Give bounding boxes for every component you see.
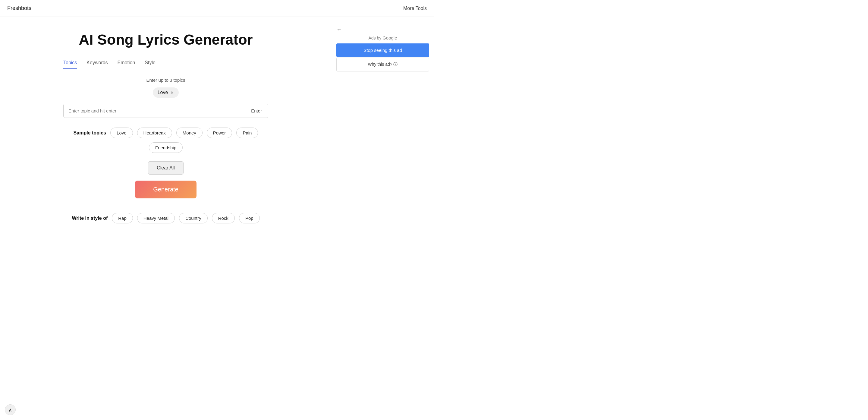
navbar: Freshbots More Tools: [0, 0, 434, 17]
generate-button[interactable]: Generate: [135, 181, 196, 199]
sample-chip-pain[interactable]: Pain: [236, 127, 258, 138]
sample-chip-heartbreak[interactable]: Heartbreak: [137, 127, 172, 138]
ad-sidebar: ← Ads by Google Stop seeing this ad Why …: [332, 17, 434, 236]
topics-hint: Enter up to 3 topics: [146, 78, 185, 83]
ad-container: ← Ads by Google Stop seeing this ad Why …: [336, 27, 429, 71]
sample-chip-money[interactable]: Money: [176, 127, 203, 138]
topic-input[interactable]: [64, 104, 245, 118]
topic-chip-label: Love: [158, 90, 168, 95]
tab-style[interactable]: Style: [145, 60, 156, 69]
page-title: AI Song Lyrics Generator: [79, 31, 253, 48]
more-tools-link[interactable]: More Tools: [403, 6, 427, 11]
sample-topics-section: Sample topics Love Heartbreak Money Powe…: [63, 127, 268, 153]
why-this-ad-button[interactable]: Why this ad? ⓘ: [336, 58, 429, 71]
brand-logo: Freshbots: [7, 5, 31, 11]
sample-chip-friendship[interactable]: Friendship: [149, 142, 183, 153]
topic-chip-remove[interactable]: ✕: [170, 90, 174, 95]
style-chip-country[interactable]: Country: [179, 213, 208, 223]
clear-all-button[interactable]: Clear All: [148, 161, 184, 175]
tab-emotion[interactable]: Emotion: [118, 60, 135, 69]
style-chip-rap[interactable]: Rap: [112, 213, 133, 223]
selected-topics-area: Love ✕: [153, 87, 179, 98]
sample-chip-power[interactable]: Power: [207, 127, 232, 138]
tab-keywords[interactable]: Keywords: [87, 60, 107, 69]
tab-topics[interactable]: Topics: [63, 60, 77, 69]
style-chip-heavy-metal[interactable]: Heavy Metal: [137, 213, 175, 223]
style-chip-pop[interactable]: Pop: [239, 213, 260, 223]
topic-input-row: Enter: [63, 104, 268, 118]
sample-topics-label: Sample topics: [73, 130, 106, 136]
stop-seeing-ad-button[interactable]: Stop seeing this ad: [336, 43, 429, 57]
sample-chip-love[interactable]: Love: [110, 127, 133, 138]
enter-button[interactable]: Enter: [245, 104, 268, 118]
main-layout: AI Song Lyrics Generator Topics Keywords…: [0, 17, 434, 236]
style-section-label: Write in style of: [72, 216, 107, 221]
style-chip-rock[interactable]: Rock: [212, 213, 235, 223]
content-area: AI Song Lyrics Generator Topics Keywords…: [0, 17, 332, 236]
ad-back-arrow-icon[interactable]: ←: [336, 27, 342, 33]
tab-bar: Topics Keywords Emotion Style: [63, 60, 268, 69]
ads-by-google-label: Ads by Google: [336, 35, 429, 40]
style-section: Write in style of Rap Heavy Metal Countr…: [63, 213, 268, 223]
topic-chip-love: Love ✕: [153, 87, 179, 98]
